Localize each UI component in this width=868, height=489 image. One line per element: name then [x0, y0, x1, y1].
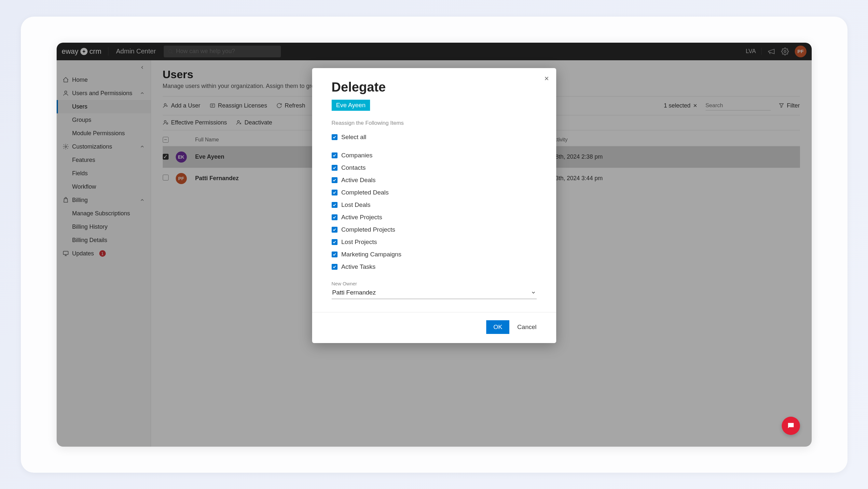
delegate-modal: × Delegate Eve Ayeen Reassign the Follow…	[312, 68, 556, 343]
modal-close-button[interactable]: ×	[544, 74, 549, 83]
modal-item-label: Completed Deals	[341, 189, 389, 196]
new-owner-dropdown[interactable]: Patti Fernandez	[332, 287, 537, 299]
modal-item-label: Companies	[341, 152, 373, 159]
checkbox-icon	[332, 227, 338, 233]
checkbox-icon	[332, 165, 338, 171]
cancel-button[interactable]: Cancel	[517, 320, 536, 334]
modal-title: Delegate	[332, 80, 537, 94]
chevron-down-icon	[531, 290, 536, 295]
modal-item-checkbox[interactable]: Active Tasks	[332, 261, 537, 273]
checkbox-icon	[332, 177, 338, 183]
modal-subtitle: Reassign the Following Items	[332, 120, 537, 126]
modal-item-checkbox[interactable]: Lost Deals	[332, 199, 537, 211]
modal-item-label: Marketing Campaigns	[341, 251, 402, 258]
checkbox-icon	[332, 202, 338, 208]
checkbox-icon	[332, 264, 338, 270]
modal-item-label: Lost Deals	[341, 201, 371, 208]
ok-button[interactable]: OK	[486, 320, 509, 334]
modal-user-tag: Eve Ayeen	[332, 100, 370, 111]
app-window: eway ✦ crm Admin Center LVA PF	[57, 43, 812, 447]
select-all-checkbox[interactable]: Select all	[332, 131, 537, 143]
modal-item-label: Lost Projects	[341, 238, 377, 246]
checkbox-icon	[332, 252, 338, 257]
checkbox-icon	[332, 190, 338, 196]
checkbox-icon	[332, 134, 338, 140]
modal-item-checkbox[interactable]: Contacts	[332, 162, 537, 174]
modal-item-label: Active Tasks	[341, 263, 376, 270]
modal-item-label: Contacts	[341, 164, 366, 171]
modal-footer: OK Cancel	[312, 312, 556, 343]
modal-item-checkbox[interactable]: Completed Projects	[332, 224, 537, 236]
new-owner-value: Patti Fernandez	[332, 289, 376, 296]
modal-item-checkbox[interactable]: Active Projects	[332, 211, 537, 224]
new-owner-label: New Owner	[332, 281, 537, 286]
modal-item-checkbox[interactable]: Completed Deals	[332, 186, 537, 199]
modal-item-checkbox[interactable]: Marketing Campaigns	[332, 248, 537, 261]
modal-overlay: × Delegate Eve Ayeen Reassign the Follow…	[57, 43, 812, 447]
modal-item-label: Completed Projects	[341, 226, 396, 233]
select-all-label: Select all	[341, 134, 367, 141]
modal-item-checkbox[interactable]: Active Deals	[332, 174, 537, 186]
modal-item-label: Active Deals	[341, 177, 376, 184]
modal-item-label: Active Projects	[341, 214, 382, 221]
checkbox-icon	[332, 214, 338, 220]
checkbox-icon	[332, 152, 338, 158]
modal-item-checkbox[interactable]: Companies	[332, 149, 537, 162]
modal-item-checkbox[interactable]: Lost Projects	[332, 236, 537, 248]
checkbox-icon	[332, 239, 338, 245]
chat-bubble[interactable]	[782, 417, 800, 435]
chat-icon	[787, 422, 795, 430]
